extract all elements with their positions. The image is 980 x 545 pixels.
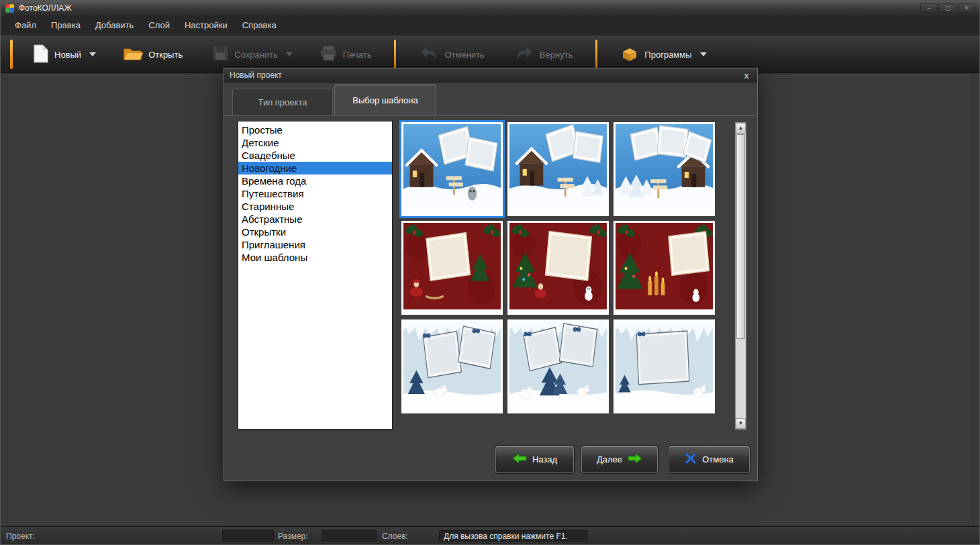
category-item-5[interactable]: Времена года <box>238 175 392 187</box>
print-button: Печать <box>314 42 377 67</box>
cancel-button[interactable]: Отмена <box>669 446 750 473</box>
programs-box-icon <box>620 46 639 64</box>
category-item-10[interactable]: Приглашения <box>238 238 392 251</box>
help-hint-field: Для вызова справки нажмите F1. <box>439 530 588 542</box>
scroll-up-button[interactable]: ▲ <box>736 123 746 134</box>
back-arrow-icon <box>512 452 527 466</box>
category-item-3[interactable]: Свадебные <box>238 149 392 162</box>
app-window: ФотоКОЛЛАЖ – ▢ ✕ ФайлПравкаДобавитьСлойН… <box>0 0 980 545</box>
tab-separator-line <box>224 115 757 116</box>
template-thumbnail-1[interactable] <box>401 122 503 216</box>
toolbar-separator <box>595 40 597 69</box>
template-thumbnail-6[interactable] <box>614 221 715 315</box>
save-floppy-icon <box>212 45 229 64</box>
dialog-footer: Назад Далее Отмена <box>224 446 750 473</box>
template-thumbnail-4[interactable] <box>401 221 503 315</box>
next-arrow-icon <box>628 452 642 466</box>
dialog-title-bar: Новый проект x <box>224 68 757 83</box>
close-button[interactable]: ✕ <box>958 3 975 13</box>
open-folder-icon <box>123 45 143 64</box>
category-item-11[interactable]: Мои шаблоны <box>238 251 392 264</box>
save-dropdown-arrow <box>283 43 295 66</box>
category-item-8[interactable]: Абстрактные <box>238 213 392 226</box>
category-item-9[interactable]: Открытки <box>238 226 392 238</box>
tab-template-choice[interactable]: Выбор шаблона <box>334 85 436 115</box>
menu-bar: ФайлПравкаДобавитьСлойНастройкиСправка <box>1 15 979 36</box>
scrollbar-thumb[interactable] <box>736 134 745 339</box>
programs-button[interactable]: Программы <box>615 42 697 68</box>
layers-label: Слоев: <box>382 532 408 541</box>
cancel-x-icon <box>685 452 697 466</box>
category-item-1[interactable]: Простые <box>238 123 392 136</box>
template-thumbnail-5[interactable] <box>507 221 609 315</box>
project-value-field <box>222 530 274 542</box>
template-thumbnail-2[interactable] <box>507 122 609 216</box>
template-grid <box>401 122 715 413</box>
toolbar-accent-bar <box>10 40 13 69</box>
redo-button: Вернуть <box>509 42 579 68</box>
dialog-tabs: Тип проекта Выбор шаблона <box>232 85 436 115</box>
menu-item-6[interactable]: Справка <box>235 17 284 34</box>
size-value-field <box>322 530 377 542</box>
template-scrollbar[interactable]: ▲ ▼ <box>735 122 746 430</box>
next-button[interactable]: Далее <box>581 446 658 473</box>
dialog-close-icon[interactable]: x <box>741 70 752 81</box>
cancel-button-label: Отмена <box>702 454 734 464</box>
category-item-7[interactable]: Старинные <box>238 200 392 213</box>
maximize-button[interactable]: ▢ <box>939 3 957 13</box>
menu-item-1[interactable]: Файл <box>7 17 44 34</box>
redo-button-label: Вернуть <box>540 50 573 60</box>
back-button-label: Назад <box>532 454 557 464</box>
new-button-label: Новый <box>54 50 81 60</box>
tab-project-type[interactable]: Тип проекта <box>232 89 333 115</box>
programs-dropdown-arrow[interactable] <box>697 43 709 66</box>
save-button-label: Сохранить <box>234 50 278 60</box>
new-document-icon <box>33 44 49 66</box>
template-thumbnail-7[interactable] <box>401 319 503 413</box>
redo-arrow-icon <box>514 46 534 64</box>
minimize-button[interactable]: – <box>920 3 938 13</box>
print-icon <box>320 46 338 63</box>
new-dropdown-arrow[interactable] <box>87 43 99 66</box>
toolbar-separator <box>394 40 396 69</box>
menu-item-5[interactable]: Настройки <box>177 17 235 34</box>
menu-item-3[interactable]: Добавить <box>88 17 141 34</box>
window-title: ФотоКОЛЛАЖ <box>19 3 71 13</box>
menu-item-2[interactable]: Правка <box>44 17 88 34</box>
undo-button-label: Отменить <box>444 50 484 60</box>
undo-arrow-icon <box>419 46 439 64</box>
undo-button: Отменить <box>413 42 489 68</box>
open-button[interactable]: Открыть <box>117 41 188 68</box>
template-thumbnail-9[interactable] <box>614 319 715 413</box>
app-logo-icon <box>5 3 15 13</box>
print-button-label: Печать <box>343 50 372 60</box>
project-label: Проект: <box>6 532 35 541</box>
category-item-6[interactable]: Путешествия <box>238 187 392 200</box>
scroll-down-button[interactable]: ▼ <box>736 418 746 429</box>
size-label: Размер: <box>278 532 308 541</box>
dialog-title: Новый проект <box>230 70 282 80</box>
save-button: Сохранить <box>207 41 283 68</box>
back-button[interactable]: Назад <box>495 446 574 473</box>
category-list: ПростыеДетскиеСвадебныеНовогодниеВремена… <box>238 121 393 430</box>
next-button-label: Далее <box>597 454 622 464</box>
new-project-dialog: Новый проект x Тип проекта Выбор шаблона… <box>224 68 758 481</box>
new-button[interactable]: Новый <box>28 40 87 70</box>
programs-button-label: Программы <box>644 50 691 60</box>
template-thumbnail-3[interactable] <box>614 122 715 216</box>
menu-item-4[interactable]: Слой <box>141 17 177 34</box>
title-bar: ФотоКОЛЛАЖ – ▢ ✕ <box>1 1 979 15</box>
template-thumbnail-8[interactable] <box>507 319 609 413</box>
scrollbar-track[interactable] <box>736 134 746 418</box>
category-item-2[interactable]: Детские <box>238 136 392 149</box>
window-controls: – ▢ ✕ <box>920 3 975 13</box>
category-item-4[interactable]: Новогодние <box>238 162 392 175</box>
open-button-label: Открыть <box>148 50 183 60</box>
status-bar: Проект: Размер: Слоев: Для вызова справк… <box>1 526 979 544</box>
